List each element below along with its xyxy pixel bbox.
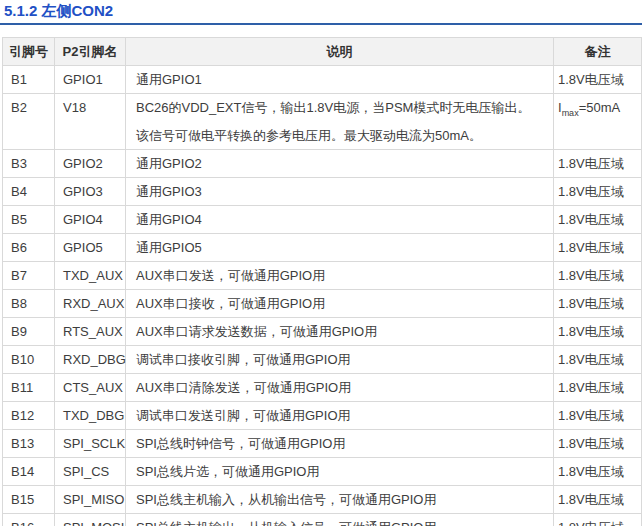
desc-cell: AUX串口接收，可做通用GPIO用 bbox=[126, 290, 554, 318]
desc-line-1: BC26的VDD_EXT信号，输出1.8V电源，当PSM模式时无电压输出。 bbox=[136, 98, 547, 117]
pin-cell: B2 bbox=[3, 94, 55, 150]
desc-cell: 通用GPIO5 bbox=[126, 234, 554, 262]
remark-cell: 1.8V电压域 bbox=[554, 402, 642, 430]
pin-cell: B7 bbox=[3, 262, 55, 290]
name-cell: SPI_MOSI bbox=[55, 514, 126, 526]
desc-line-2: 该信号可做电平转换的参考电压用。最大驱动电流为50mA。 bbox=[136, 126, 547, 145]
table-row: B4 GPIO3 通用GPIO3 1.8V电压域 bbox=[3, 178, 642, 206]
pin-cell: B14 bbox=[3, 458, 55, 486]
table-row: B12 TXD_DBG 调试串口发送引脚，可做通用GPIO用 1.8V电压域 bbox=[3, 402, 642, 430]
pin-cell: B4 bbox=[3, 178, 55, 206]
desc-cell: BC26的VDD_EXT信号，输出1.8V电源，当PSM模式时无电压输出。 该信… bbox=[126, 94, 554, 150]
table-row: B15 SPI_MISO SPI总线主机输入，从机输出信号，可做通用GPIO用 … bbox=[3, 486, 642, 514]
remark-cell: 1.8V电压域 bbox=[554, 178, 642, 206]
pin-cell: B1 bbox=[3, 66, 55, 94]
pin-cell: B10 bbox=[3, 346, 55, 374]
desc-cell: SPI总线主机输入，从机输出信号，可做通用GPIO用 bbox=[126, 486, 554, 514]
table-row: B9 RTS_AUX AUX串口请求发送数据，可做通用GPIO用 1.8V电压域 bbox=[3, 318, 642, 346]
name-cell: SPI_MISO bbox=[55, 486, 126, 514]
name-cell: RXD_AUX bbox=[55, 290, 126, 318]
pin-cell: B9 bbox=[3, 318, 55, 346]
desc-cell: AUX串口清除发送，可做通用GPIO用 bbox=[126, 374, 554, 402]
pin-cell: B5 bbox=[3, 206, 55, 234]
desc-cell: 通用GPIO4 bbox=[126, 206, 554, 234]
pin-cell: B8 bbox=[3, 290, 55, 318]
table-row: B16 SPI_MOSI SPI总线主机输出，从机输入信号，可做通用GPIO用 … bbox=[3, 514, 642, 526]
table-row: B1 GPIO1 通用GPIO1 1.8V电压域 bbox=[3, 66, 642, 94]
table-row: B5 GPIO4 通用GPIO4 1.8V电压域 bbox=[3, 206, 642, 234]
table-row: B3 GPIO2 通用GPIO2 1.8V电压域 bbox=[3, 150, 642, 178]
remark-cell: 1.8V电压域 bbox=[554, 514, 642, 526]
pin-cell: B15 bbox=[3, 486, 55, 514]
desc-cell: AUX串口发送，可做通用GPIO用 bbox=[126, 262, 554, 290]
pin-cell: B6 bbox=[3, 234, 55, 262]
remark-cell: Imax=50mA bbox=[554, 94, 642, 150]
remark-cell: 1.8V电压域 bbox=[554, 486, 642, 514]
desc-cell: SPI总线主机输出，从机输入信号，可做通用GPIO用 bbox=[126, 514, 554, 526]
name-cell: TXD_DBG bbox=[55, 402, 126, 430]
remark-cell: 1.8V电压域 bbox=[554, 318, 642, 346]
name-cell: GPIO4 bbox=[55, 206, 126, 234]
remark-cell: 1.8V电压域 bbox=[554, 430, 642, 458]
name-cell: SPI_CS bbox=[55, 458, 126, 486]
pin-cell: B16 bbox=[3, 514, 55, 526]
remark-cell: 1.8V电压域 bbox=[554, 66, 642, 94]
table-row: B8 RXD_AUX AUX串口接收，可做通用GPIO用 1.8V电压域 bbox=[3, 290, 642, 318]
remark-subscript: max bbox=[562, 108, 579, 118]
name-cell: RXD_DBG bbox=[55, 346, 126, 374]
name-cell: TXD_AUX bbox=[55, 262, 126, 290]
name-cell: SPI_SCLK bbox=[55, 430, 126, 458]
pin-cell: B3 bbox=[3, 150, 55, 178]
name-cell: V18 bbox=[55, 94, 126, 150]
header-description: 说明 bbox=[126, 38, 554, 66]
desc-cell: 调试串口接收引脚，可做通用GPIO用 bbox=[126, 346, 554, 374]
table-row: B6 GPIO5 通用GPIO5 1.8V电压域 bbox=[3, 234, 642, 262]
remark-cell: 1.8V电压域 bbox=[554, 234, 642, 262]
remark-value: =50mA bbox=[579, 100, 621, 115]
name-cell: GPIO3 bbox=[55, 178, 126, 206]
pin-cell: B13 bbox=[3, 430, 55, 458]
remark-cell: 1.8V电压域 bbox=[554, 206, 642, 234]
name-cell: RTS_AUX bbox=[55, 318, 126, 346]
remark-cell: 1.8V电压域 bbox=[554, 150, 642, 178]
desc-cell: 通用GPIO1 bbox=[126, 66, 554, 94]
table-row: B7 TXD_AUX AUX串口发送，可做通用GPIO用 1.8V电压域 bbox=[3, 262, 642, 290]
name-cell: CTS_AUX bbox=[55, 374, 126, 402]
table-row: B2 V18 BC26的VDD_EXT信号，输出1.8V电源，当PSM模式时无电… bbox=[3, 94, 642, 150]
remark-cell: 1.8V电压域 bbox=[554, 374, 642, 402]
pin-cell: B12 bbox=[3, 402, 55, 430]
remark-cell: 1.8V电压域 bbox=[554, 262, 642, 290]
table-row: B13 SPI_SCLK SPI总线时钟信号，可做通用GPIO用 1.8V电压域 bbox=[3, 430, 642, 458]
pin-cell: B11 bbox=[3, 374, 55, 402]
header-pin-number: 引脚号 bbox=[3, 38, 55, 66]
remark-cell: 1.8V电压域 bbox=[554, 346, 642, 374]
desc-cell: 调试串口发送引脚，可做通用GPIO用 bbox=[126, 402, 554, 430]
remark-cell: 1.8V电压域 bbox=[554, 458, 642, 486]
name-cell: GPIO2 bbox=[55, 150, 126, 178]
table-row: B14 SPI_CS SPI总线片选，可做通用GPIO用 1.8V电压域 bbox=[3, 458, 642, 486]
table-header-row: 引脚号 P2引脚名 说明 备注 bbox=[3, 38, 642, 66]
desc-cell: AUX串口请求发送数据，可做通用GPIO用 bbox=[126, 318, 554, 346]
remark-cell: 1.8V电压域 bbox=[554, 290, 642, 318]
desc-cell: SPI总线片选，可做通用GPIO用 bbox=[126, 458, 554, 486]
pin-definition-table: 引脚号 P2引脚名 说明 备注 B1 GPIO1 通用GPIO1 1.8V电压域… bbox=[2, 37, 642, 526]
section-title: 5.1.2 左侧CON2 bbox=[0, 0, 642, 25]
header-remark: 备注 bbox=[554, 38, 642, 66]
header-pin-name: P2引脚名 bbox=[55, 38, 126, 66]
desc-cell: 通用GPIO2 bbox=[126, 150, 554, 178]
desc-cell: SPI总线时钟信号，可做通用GPIO用 bbox=[126, 430, 554, 458]
name-cell: GPIO5 bbox=[55, 234, 126, 262]
desc-cell: 通用GPIO3 bbox=[126, 178, 554, 206]
name-cell: GPIO1 bbox=[55, 66, 126, 94]
table-row: B10 RXD_DBG 调试串口接收引脚，可做通用GPIO用 1.8V电压域 bbox=[3, 346, 642, 374]
table-row: B11 CTS_AUX AUX串口清除发送，可做通用GPIO用 1.8V电压域 bbox=[3, 374, 642, 402]
